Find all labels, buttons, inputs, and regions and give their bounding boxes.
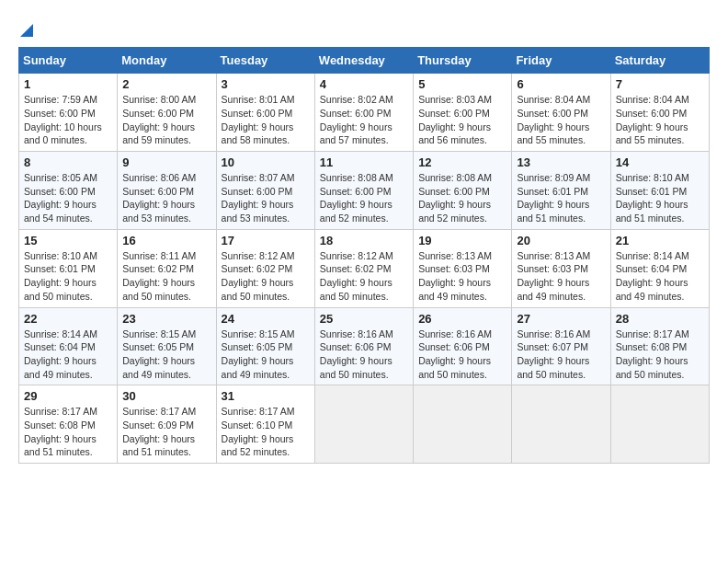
day-info: Sunrise: 8:04 AMSunset: 6:00 PMDaylight:… [517, 93, 605, 147]
day-cell-11: 11Sunrise: 8:08 AMSunset: 6:00 PMDayligh… [314, 152, 413, 230]
day-number: 17 [222, 234, 310, 247]
weekday-header-wednesday: Wednesday [314, 48, 413, 74]
day-info: Sunrise: 8:15 AMSunset: 6:05 PMDaylight:… [122, 327, 210, 382]
day-cell-24: 24Sunrise: 8:15 AMSunset: 6:05 PMDayligh… [216, 307, 314, 385]
day-number: 5 [418, 77, 506, 91]
day-info: Sunrise: 8:09 AMSunset: 6:01 PMDaylight:… [517, 171, 605, 225]
day-info: Sunrise: 8:17 AMSunset: 6:09 PMDaylight:… [122, 405, 210, 459]
weekday-header-monday: Monday [118, 48, 216, 74]
day-cell-4: 4Sunrise: 8:02 AMSunset: 6:00 PMDaylight… [314, 74, 413, 152]
day-info: Sunrise: 8:11 AMSunset: 6:02 PMDaylight:… [122, 249, 210, 304]
day-number: 29 [24, 389, 112, 403]
logo [18, 18, 33, 38]
day-number: 30 [122, 389, 210, 403]
day-info: Sunrise: 7:59 AMSunset: 6:00 PMDaylight:… [24, 93, 112, 147]
day-number: 18 [320, 234, 408, 247]
day-info: Sunrise: 8:10 AMSunset: 6:01 PMDaylight:… [616, 171, 704, 225]
day-number: 11 [320, 155, 408, 169]
logo-arrow-icon [20, 19, 33, 41]
day-cell-5: 5Sunrise: 8:03 AMSunset: 6:00 PMDaylight… [414, 74, 512, 152]
day-cell-21: 21Sunrise: 8:14 AMSunset: 6:04 PMDayligh… [610, 229, 709, 307]
day-cell-12: 12Sunrise: 8:08 AMSunset: 6:00 PMDayligh… [414, 152, 512, 230]
day-cell-23: 23Sunrise: 8:15 AMSunset: 6:05 PMDayligh… [118, 307, 216, 385]
day-info: Sunrise: 8:14 AMSunset: 6:04 PMDaylight:… [24, 327, 112, 382]
day-number: 7 [616, 77, 704, 91]
day-info: Sunrise: 8:16 AMSunset: 6:06 PMDaylight:… [320, 327, 408, 382]
day-number: 4 [320, 77, 408, 91]
day-cell-10: 10Sunrise: 8:07 AMSunset: 6:00 PMDayligh… [216, 152, 314, 230]
day-number: 10 [222, 155, 310, 169]
day-info: Sunrise: 8:17 AMSunset: 6:08 PMDaylight:… [616, 327, 704, 382]
day-number: 15 [24, 234, 112, 247]
day-info: Sunrise: 8:06 AMSunset: 6:00 PMDaylight:… [122, 171, 210, 225]
day-number: 20 [517, 234, 605, 247]
week-row-5: 29Sunrise: 8:17 AMSunset: 6:08 PMDayligh… [19, 385, 710, 464]
weekday-header-sunday: Sunday [19, 48, 118, 74]
day-info: Sunrise: 8:03 AMSunset: 6:00 PMDaylight:… [418, 93, 506, 147]
weekday-header-tuesday: Tuesday [216, 48, 314, 74]
day-cell-30: 30Sunrise: 8:17 AMSunset: 6:09 PMDayligh… [118, 385, 216, 464]
day-cell-13: 13Sunrise: 8:09 AMSunset: 6:01 PMDayligh… [512, 152, 610, 230]
day-cell-1: 1Sunrise: 7:59 AMSunset: 6:00 PMDaylight… [19, 74, 118, 152]
page-header [18, 18, 710, 38]
week-row-4: 22Sunrise: 8:14 AMSunset: 6:04 PMDayligh… [19, 307, 710, 385]
day-info: Sunrise: 8:12 AMSunset: 6:02 PMDaylight:… [222, 249, 310, 304]
empty-cell [414, 385, 512, 464]
day-number: 19 [418, 234, 506, 247]
day-number: 24 [222, 312, 310, 326]
week-row-2: 8Sunrise: 8:05 AMSunset: 6:00 PMDaylight… [19, 152, 710, 230]
day-number: 25 [320, 312, 408, 326]
day-number: 9 [122, 155, 210, 169]
day-number: 13 [517, 155, 605, 169]
day-info: Sunrise: 8:12 AMSunset: 6:02 PMDaylight:… [320, 249, 408, 304]
day-info: Sunrise: 8:07 AMSunset: 6:00 PMDaylight:… [222, 171, 310, 225]
day-number: 14 [616, 155, 704, 169]
day-cell-31: 31Sunrise: 8:17 AMSunset: 6:10 PMDayligh… [216, 385, 314, 464]
empty-cell [314, 385, 413, 464]
day-number: 27 [517, 312, 605, 326]
day-number: 6 [517, 77, 605, 91]
day-info: Sunrise: 8:17 AMSunset: 6:08 PMDaylight:… [24, 405, 112, 459]
day-cell-9: 9Sunrise: 8:06 AMSunset: 6:00 PMDaylight… [118, 152, 216, 230]
day-info: Sunrise: 8:13 AMSunset: 6:03 PMDaylight:… [418, 249, 506, 304]
empty-cell [610, 385, 709, 464]
weekday-header-saturday: Saturday [610, 48, 709, 74]
day-cell-25: 25Sunrise: 8:16 AMSunset: 6:06 PMDayligh… [314, 307, 413, 385]
day-info: Sunrise: 8:01 AMSunset: 6:00 PMDaylight:… [222, 93, 310, 147]
day-cell-22: 22Sunrise: 8:14 AMSunset: 6:04 PMDayligh… [19, 307, 118, 385]
day-number: 31 [222, 389, 310, 403]
day-number: 16 [122, 234, 210, 247]
day-info: Sunrise: 8:17 AMSunset: 6:10 PMDaylight:… [222, 405, 310, 459]
weekday-header-thursday: Thursday [414, 48, 512, 74]
day-number: 1 [24, 77, 112, 91]
calendar-table: SundayMondayTuesdayWednesdayThursdayFrid… [18, 47, 710, 464]
empty-cell [512, 385, 610, 464]
day-cell-15: 15Sunrise: 8:10 AMSunset: 6:01 PMDayligh… [19, 229, 118, 307]
day-cell-27: 27Sunrise: 8:16 AMSunset: 6:07 PMDayligh… [512, 307, 610, 385]
day-info: Sunrise: 8:16 AMSunset: 6:07 PMDaylight:… [517, 327, 605, 382]
day-cell-19: 19Sunrise: 8:13 AMSunset: 6:03 PMDayligh… [414, 229, 512, 307]
day-number: 3 [222, 77, 310, 91]
day-info: Sunrise: 8:16 AMSunset: 6:06 PMDaylight:… [418, 327, 506, 382]
day-cell-18: 18Sunrise: 8:12 AMSunset: 6:02 PMDayligh… [314, 229, 413, 307]
day-cell-3: 3Sunrise: 8:01 AMSunset: 6:00 PMDaylight… [216, 74, 314, 152]
day-info: Sunrise: 8:02 AMSunset: 6:00 PMDaylight:… [320, 93, 408, 147]
weekday-header-row: SundayMondayTuesdayWednesdayThursdayFrid… [19, 48, 710, 74]
day-cell-16: 16Sunrise: 8:11 AMSunset: 6:02 PMDayligh… [118, 229, 216, 307]
svg-marker-0 [20, 24, 33, 37]
day-number: 8 [24, 155, 112, 169]
day-info: Sunrise: 8:04 AMSunset: 6:00 PMDaylight:… [616, 93, 704, 147]
day-info: Sunrise: 8:15 AMSunset: 6:05 PMDaylight:… [222, 327, 310, 382]
day-number: 22 [24, 312, 112, 326]
day-cell-29: 29Sunrise: 8:17 AMSunset: 6:08 PMDayligh… [19, 385, 118, 464]
day-number: 21 [616, 234, 704, 247]
day-cell-28: 28Sunrise: 8:17 AMSunset: 6:08 PMDayligh… [610, 307, 709, 385]
day-cell-20: 20Sunrise: 8:13 AMSunset: 6:03 PMDayligh… [512, 229, 610, 307]
day-cell-7: 7Sunrise: 8:04 AMSunset: 6:00 PMDaylight… [610, 74, 709, 152]
day-cell-6: 6Sunrise: 8:04 AMSunset: 6:00 PMDaylight… [512, 74, 610, 152]
day-number: 2 [122, 77, 210, 91]
weekday-header-friday: Friday [512, 48, 610, 74]
week-row-1: 1Sunrise: 7:59 AMSunset: 6:00 PMDaylight… [19, 74, 710, 152]
day-cell-14: 14Sunrise: 8:10 AMSunset: 6:01 PMDayligh… [610, 152, 709, 230]
day-number: 12 [418, 155, 506, 169]
